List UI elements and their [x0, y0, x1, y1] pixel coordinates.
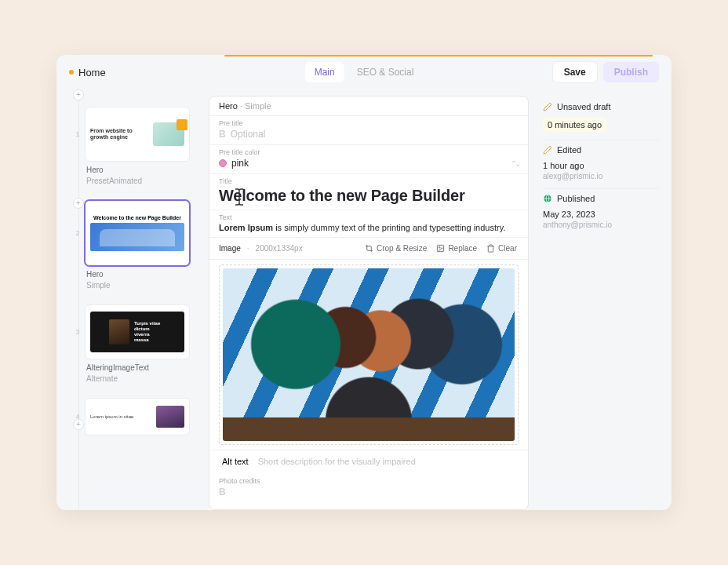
slice-variant: Alternate	[86, 374, 118, 383]
pre-title-field[interactable]: Pre title B Optional	[209, 116, 528, 145]
slice-type-label: Hero	[219, 101, 238, 111]
slice-name: AlteringImageText	[86, 363, 149, 372]
field-label: Pre title color	[219, 148, 519, 156]
thumb-headline: Welcome to the new Page Builder	[90, 215, 184, 221]
add-slice-button[interactable]: +	[73, 419, 84, 430]
alt-text-label: Alt text	[222, 457, 249, 466]
slice-index: 2	[73, 229, 82, 237]
slice-variant: PresetAnimated	[86, 177, 142, 185]
thumb-headline: Lorem ipsum in vitae	[90, 414, 153, 419]
add-slice-button[interactable]: +	[73, 198, 84, 209]
field-label: Image	[219, 244, 241, 253]
color-select-value: pink	[231, 158, 249, 169]
save-button[interactable]: Save	[553, 62, 597, 82]
color-swatch-icon	[219, 159, 227, 167]
history-entry-edited[interactable]: Edited 1 hour ago alexg@prismic.io	[543, 145, 659, 189]
slice-thumbnail[interactable]: 2 Welcome to the new Page Builder	[85, 200, 190, 266]
title-field[interactable]: Title Welcome to the new Page Builder	[209, 174, 528, 210]
history-time: 1 hour ago	[543, 161, 659, 170]
editor-card-header: Hero · Simple	[209, 97, 528, 116]
slice-variant: Simple	[86, 281, 111, 290]
slice-thumbnail[interactable]: 1 From website to growth engine	[85, 107, 190, 162]
bold-icon: B	[219, 487, 226, 498]
trash-icon	[486, 244, 495, 253]
field-label: Text	[219, 213, 519, 221]
pre-title-input[interactable]: Optional	[231, 129, 266, 140]
editor-card: Hero · Simple Pre title B Optional Pre t…	[209, 96, 529, 510]
crop-icon	[365, 244, 373, 253]
tab-seo[interactable]: SEO & Social	[348, 62, 424, 82]
history-author: anthony@prismic.io	[543, 221, 659, 229]
status-dot-icon	[69, 70, 74, 75]
history-status: Edited	[557, 145, 581, 155]
crop-resize-button[interactable]: Crop & Resize	[363, 242, 428, 254]
slice-index: 3	[73, 328, 82, 336]
slices-sidebar: + 1 From website to growth engine Hero P…	[56, 89, 206, 510]
slice-index: 1	[73, 130, 82, 138]
text-strong: Lorem Ipsum	[219, 223, 273, 232]
tab-main[interactable]: Main	[305, 62, 344, 82]
history-panel: Unsaved draft 0 minutes ago Edited 1 hou…	[537, 89, 672, 510]
slice-thumbnail[interactable]: 3 Turpis vitae dictum viverra massa	[85, 304, 190, 359]
tabs: Main SEO & Social	[305, 62, 424, 82]
history-time: May 23, 2023	[543, 210, 659, 219]
chevron-up-down-icon: ⌃⌄	[511, 159, 519, 168]
image-field: Image · 2000x1334px Crop & Resize Replac…	[209, 238, 528, 474]
app-window: Home Main SEO & Social Save Publish + 1 …	[56, 55, 672, 510]
history-entry-published[interactable]: Published May 23, 2023 anthony@prismic.i…	[543, 194, 659, 237]
add-slice-button[interactable]: +	[73, 89, 84, 100]
history-author: alexg@prismic.io	[543, 172, 659, 180]
history-entry-unsaved[interactable]: Unsaved draft 0 minutes ago	[543, 102, 659, 140]
field-label: Photo credits	[219, 477, 519, 485]
thumb-headline: Turpis vitae dictum viverra massa	[134, 321, 166, 344]
replace-icon	[436, 244, 445, 253]
field-label: Pre title	[219, 119, 519, 127]
clear-button[interactable]: Clear	[485, 242, 519, 254]
slice-variant-label: Simple	[245, 101, 271, 111]
topbar: Home Main SEO & Social Save Publish	[56, 55, 672, 89]
text-body: is simply dummy text of the printing and…	[273, 223, 505, 232]
thumb-illustration	[153, 122, 184, 146]
pencil-icon	[543, 145, 552, 155]
slice-name: Hero	[86, 270, 104, 279]
slice-thumbnail[interactable]: 4 Lorem ipsum in vitae	[85, 398, 190, 436]
pre-title-color-field[interactable]: Pre title color pink ⌃⌄	[209, 145, 528, 174]
field-label: Title	[219, 177, 519, 185]
thumb-image	[156, 406, 184, 428]
svg-point-1	[439, 246, 441, 248]
hero-image[interactable]	[219, 264, 519, 445]
bold-icon: B	[219, 129, 226, 140]
pencil-icon	[543, 102, 552, 111]
slice-index: 4	[73, 413, 82, 421]
text-field[interactable]: Text Lorem Ipsum is simply dummy text of…	[209, 210, 528, 238]
breadcrumb-label: Home	[78, 67, 106, 78]
history-time: 0 minutes ago	[543, 118, 606, 132]
thumb-headline: From website to growth engine	[90, 128, 148, 141]
globe-icon	[543, 194, 552, 203]
thumb-image	[109, 319, 129, 344]
replace-button[interactable]: Replace	[435, 242, 479, 254]
slice-rail	[78, 93, 79, 510]
alt-text-input[interactable]: Short description for the visually impai…	[258, 457, 416, 466]
editor-panel: Hero · Simple Pre title B Optional Pre t…	[206, 89, 537, 510]
slice-name: Hero	[86, 166, 104, 174]
thumb-image	[90, 223, 184, 251]
photo-credits-field[interactable]: Photo credits B	[209, 474, 528, 502]
history-status: Unsaved draft	[557, 102, 610, 111]
publish-button[interactable]: Publish	[603, 62, 659, 82]
image-dimensions: 2000x1334px	[256, 244, 303, 253]
title-input[interactable]: Welcome to the new Page Builder	[219, 187, 465, 205]
history-status: Published	[557, 194, 595, 203]
breadcrumb-home[interactable]: Home	[69, 67, 106, 78]
